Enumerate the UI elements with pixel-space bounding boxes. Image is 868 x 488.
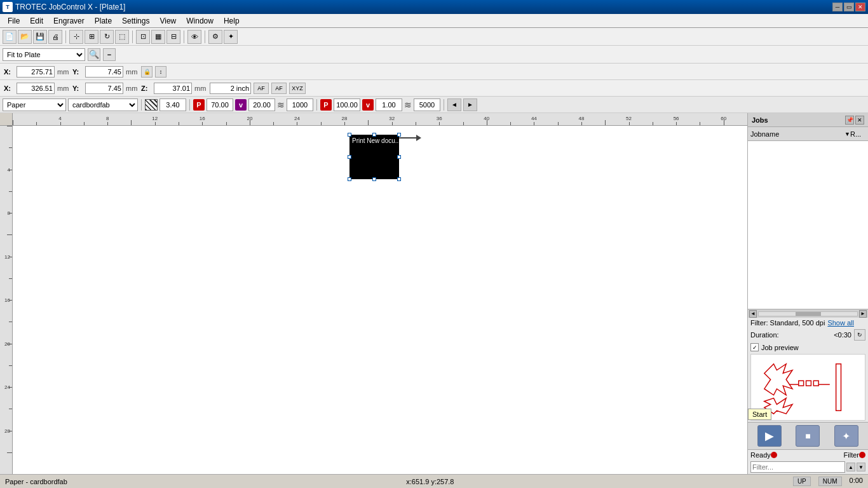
fit-select[interactable]: Fit to Plate Fit to Window 100% 50% [3,48,85,61]
new-button[interactable]: 📄 [3,30,17,44]
select-button[interactable]: ⊞ [85,30,98,44]
menu-help[interactable]: Help [219,14,245,28]
menu-edit[interactable]: Edit [25,14,48,28]
jobs-scrollbar[interactable]: ◄ ► [748,309,868,318]
hatching-input[interactable] [159,98,186,111]
duration-refresh-button[interactable]: ↻ [854,329,865,341]
handle-mr[interactable] [397,155,401,159]
menu-file[interactable]: File [3,14,25,28]
filter-scroll-up[interactable]: ▲ [846,463,855,471]
wavy-icon-2: ≋ [404,100,412,110]
fan-button[interactable]: ✦ [834,425,858,447]
zoom-in-button[interactable]: 🔍 [88,48,100,61]
group-button[interactable]: ⬚ [115,30,129,44]
z-input[interactable] [154,83,192,94]
zoom-out-button[interactable]: − [103,48,116,61]
scroll-right-button[interactable]: ► [859,310,867,318]
sep-t3-3 [316,99,317,111]
handle-bm[interactable] [372,177,376,181]
arrow-head [416,135,421,141]
duplicate-button[interactable]: ⊡ [136,30,150,44]
menu-view[interactable]: View [154,14,181,28]
nav-next-button[interactable]: ► [463,98,477,111]
v-input-1[interactable] [248,98,275,111]
scroll-left-button[interactable]: ◄ [749,310,757,318]
scroll-thumb[interactable] [796,312,821,316]
filter-line: Filter: Standard, 500 dpi Show all [748,318,868,328]
sort-icon[interactable]: ▼ [844,131,850,137]
view-button[interactable]: 👁 [187,30,201,44]
p-input-2[interactable] [334,98,360,111]
z-unit: mm [194,85,207,92]
duration-value: <0:30 [834,331,851,339]
titlebar-controls[interactable]: ─ ▭ ✕ [832,3,865,11]
v-input-2[interactable] [376,98,402,111]
open-button[interactable]: 📂 [18,30,32,44]
jobs-header-controls[interactable]: 📌 ✕ [845,116,864,125]
x-unit-1: mm [57,68,70,76]
jobs-list[interactable] [748,141,868,309]
rotate-button[interactable]: ↻ [100,30,114,44]
print-button[interactable]: 🖨 [48,30,62,44]
plugin-button[interactable]: ✦ [224,30,238,44]
p-input-1[interactable] [207,98,233,111]
arrange-button[interactable]: ▦ [151,30,165,44]
handle-ml[interactable] [348,155,351,159]
close-button[interactable]: ✕ [855,3,865,11]
show-all-link[interactable]: Show all [827,319,854,327]
handle-bl[interactable] [348,177,351,181]
menu-settings[interactable]: Settings [117,14,154,28]
work-plate[interactable]: Print New docu... [13,126,747,474]
menu-plate[interactable]: Plate [90,14,117,28]
align-button[interactable]: ⊟ [166,30,180,44]
stop-button[interactable]: ■ [796,425,820,447]
move-button[interactable]: ⊹ [69,30,83,44]
settings-button[interactable]: ⚙ [208,30,222,44]
menu-window[interactable]: Window [181,14,219,28]
arrows-button[interactable]: ↕ [155,66,166,78]
jobs-close-button[interactable]: ✕ [855,116,864,125]
xyz-button[interactable]: XYZ [289,83,306,94]
ruler-corner [0,113,13,126]
menu-engraver[interactable]: Engraver [48,14,90,28]
arrow-line [399,137,418,139]
minimize-button[interactable]: ─ [832,3,843,11]
lock-button[interactable]: 🔒 [141,66,153,78]
material-type-select[interactable]: Paper Wood Acrylic [3,98,66,111]
job-preview-checkbox[interactable]: ✓ [750,343,759,351]
svg-rect-1 [799,381,804,386]
save-button[interactable]: 💾 [33,30,47,44]
freq-input-1[interactable] [287,98,313,111]
job-preview-label: Job preview [761,344,799,351]
x-input-1[interactable] [17,66,55,78]
ruler-horizontal: 4812162024283236404448525660 [13,113,747,126]
y-input-2[interactable] [85,83,123,94]
canvas-area[interactable]: 4812162024283236404448525660 48121620242… [0,113,747,474]
restore-button[interactable]: ▭ [844,3,854,11]
focus-input[interactable] [210,83,251,94]
jobs-pin-button[interactable]: 📌 [845,116,854,125]
y-input-1[interactable] [85,66,123,78]
filter-input[interactable] [750,461,845,473]
filter-scroll-down[interactable]: ▼ [857,463,865,471]
scroll-track[interactable] [758,311,858,316]
nav-prev-button[interactable]: ◄ [447,98,461,111]
freq-input-2[interactable] [414,98,440,111]
filter-section-label: Filter [844,451,859,459]
p-badge-1: P [193,99,205,111]
start-button[interactable]: ▶ [757,425,782,447]
x-unit-2: mm [57,85,70,92]
handle-tm[interactable] [372,133,376,137]
handle-tl[interactable] [348,133,351,137]
svg-rect-3 [813,381,818,386]
material-name-select[interactable]: cardbordfab [68,98,138,111]
jobs-table-header: Jobname ▼ R... [748,127,868,141]
print-object[interactable]: Print New docu... [349,135,399,179]
handle-tr[interactable] [397,133,401,137]
x-input-2[interactable] [17,83,55,94]
up-indicator: UP [793,477,811,486]
v-badge-2: v [362,99,374,111]
af-button-1[interactable]: AF [254,83,269,94]
af-button-2[interactable]: AF [271,83,287,94]
handle-br[interactable] [397,177,401,181]
